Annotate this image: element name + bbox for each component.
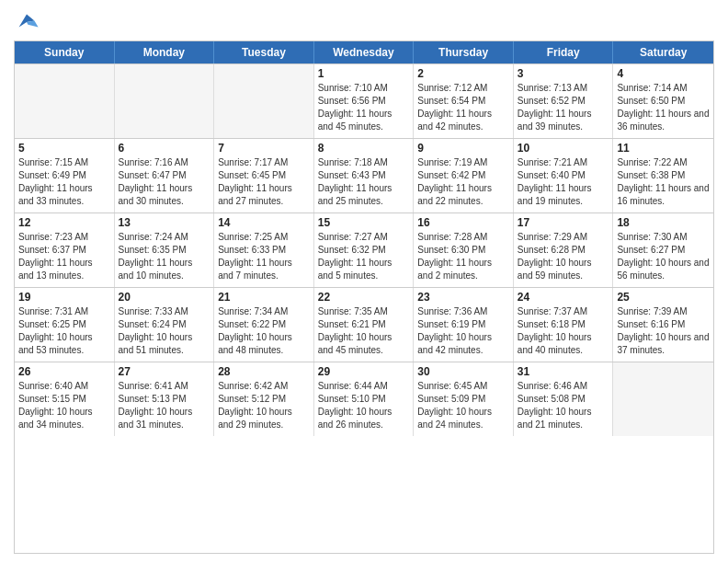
header (14, 9, 714, 35)
day-cell-4: 4Sunrise: 7:14 AM Sunset: 6:50 PM Daylig… (613, 64, 713, 138)
cell-detail: Sunrise: 7:39 AM Sunset: 6:16 PM Dayligh… (617, 305, 710, 357)
cell-detail: Sunrise: 7:31 AM Sunset: 6:25 PM Dayligh… (18, 305, 110, 357)
empty-cell (613, 362, 713, 436)
day-number: 28 (218, 365, 310, 378)
day-cell-11: 11Sunrise: 7:22 AM Sunset: 6:38 PM Dayli… (613, 139, 713, 213)
day-cell-15: 15Sunrise: 7:27 AM Sunset: 6:32 PM Dayli… (314, 213, 415, 287)
week-row-2: 5Sunrise: 7:15 AM Sunset: 6:49 PM Daylig… (15, 138, 713, 213)
day-number: 29 (318, 365, 410, 378)
header-cell-friday: Friday (514, 41, 614, 63)
day-number: 4 (617, 67, 710, 80)
day-number: 17 (518, 216, 609, 229)
cell-detail: Sunrise: 7:29 AM Sunset: 6:28 PM Dayligh… (518, 231, 609, 282)
day-cell-2: 2Sunrise: 7:12 AM Sunset: 6:54 PM Daylig… (414, 64, 514, 138)
cell-detail: Sunrise: 7:21 AM Sunset: 6:40 PM Dayligh… (518, 156, 609, 208)
day-number: 14 (218, 216, 310, 229)
day-cell-22: 22Sunrise: 7:35 AM Sunset: 6:21 PM Dayli… (314, 288, 415, 362)
day-cell-24: 24Sunrise: 7:37 AM Sunset: 6:18 PM Dayli… (514, 288, 614, 362)
cell-detail: Sunrise: 7:14 AM Sunset: 6:50 PM Dayligh… (617, 82, 710, 133)
day-number: 20 (119, 291, 210, 304)
day-cell-13: 13Sunrise: 7:24 AM Sunset: 6:35 PM Dayli… (115, 213, 215, 287)
day-number: 27 (119, 365, 210, 378)
day-cell-8: 8Sunrise: 7:18 AM Sunset: 6:43 PM Daylig… (314, 139, 415, 213)
day-number: 13 (119, 216, 210, 229)
day-cell-23: 23Sunrise: 7:36 AM Sunset: 6:19 PM Dayli… (414, 288, 514, 362)
day-number: 16 (417, 216, 509, 229)
cell-detail: Sunrise: 7:25 AM Sunset: 6:33 PM Dayligh… (218, 231, 310, 282)
day-number: 31 (518, 365, 609, 378)
header-cell-monday: Monday (115, 41, 215, 63)
cell-detail: Sunrise: 7:10 AM Sunset: 6:56 PM Dayligh… (318, 82, 410, 133)
cell-detail: Sunrise: 6:46 AM Sunset: 5:08 PM Dayligh… (518, 380, 609, 431)
cell-detail: Sunrise: 6:41 AM Sunset: 5:13 PM Dayligh… (119, 380, 210, 431)
cell-detail: Sunrise: 6:45 AM Sunset: 5:09 PM Dayligh… (417, 380, 509, 431)
day-number: 23 (417, 291, 509, 304)
day-number: 19 (18, 291, 110, 304)
day-number: 12 (18, 216, 110, 229)
day-number: 3 (518, 67, 609, 80)
cell-detail: Sunrise: 7:22 AM Sunset: 6:38 PM Dayligh… (617, 156, 710, 208)
day-cell-18: 18Sunrise: 7:30 AM Sunset: 6:27 PM Dayli… (613, 213, 713, 287)
day-cell-29: 29Sunrise: 6:44 AM Sunset: 5:10 PM Dayli… (314, 362, 415, 436)
page: SundayMondayTuesdayWednesdayThursdayFrid… (0, 0, 728, 563)
day-cell-31: 31Sunrise: 6:46 AM Sunset: 5:08 PM Dayli… (514, 362, 614, 436)
day-number: 22 (318, 291, 410, 304)
day-cell-20: 20Sunrise: 7:33 AM Sunset: 6:24 PM Dayli… (115, 288, 215, 362)
logo (14, 9, 43, 35)
day-number: 9 (417, 142, 509, 155)
day-number: 5 (18, 142, 110, 155)
cell-detail: Sunrise: 7:37 AM Sunset: 6:18 PM Dayligh… (518, 305, 609, 357)
cell-detail: Sunrise: 7:27 AM Sunset: 6:32 PM Dayligh… (318, 231, 410, 282)
week-row-4: 19Sunrise: 7:31 AM Sunset: 6:25 PM Dayli… (15, 287, 713, 362)
cell-detail: Sunrise: 7:30 AM Sunset: 6:27 PM Dayligh… (617, 231, 710, 282)
day-number: 10 (518, 142, 609, 155)
day-cell-3: 3Sunrise: 7:13 AM Sunset: 6:52 PM Daylig… (514, 64, 614, 138)
day-number: 6 (119, 142, 210, 155)
day-cell-5: 5Sunrise: 7:15 AM Sunset: 6:49 PM Daylig… (15, 139, 115, 213)
week-row-1: 1Sunrise: 7:10 AM Sunset: 6:56 PM Daylig… (15, 63, 713, 138)
empty-cell (15, 64, 115, 138)
cell-detail: Sunrise: 7:17 AM Sunset: 6:45 PM Dayligh… (218, 156, 310, 208)
day-number: 15 (318, 216, 410, 229)
day-number: 2 (417, 67, 509, 80)
cell-detail: Sunrise: 6:40 AM Sunset: 5:15 PM Dayligh… (18, 380, 110, 431)
cell-detail: Sunrise: 7:16 AM Sunset: 6:47 PM Dayligh… (119, 156, 210, 208)
day-cell-1: 1Sunrise: 7:10 AM Sunset: 6:56 PM Daylig… (314, 64, 415, 138)
cell-detail: Sunrise: 7:18 AM Sunset: 6:43 PM Dayligh… (318, 156, 410, 208)
day-number: 21 (218, 291, 310, 304)
cell-detail: Sunrise: 7:12 AM Sunset: 6:54 PM Dayligh… (417, 82, 509, 133)
week-row-3: 12Sunrise: 7:23 AM Sunset: 6:37 PM Dayli… (15, 213, 713, 287)
cell-detail: Sunrise: 7:36 AM Sunset: 6:19 PM Dayligh… (417, 305, 509, 357)
header-cell-thursday: Thursday (414, 41, 514, 63)
cell-detail: Sunrise: 6:42 AM Sunset: 5:12 PM Dayligh… (218, 380, 310, 431)
cell-detail: Sunrise: 7:19 AM Sunset: 6:42 PM Dayligh… (417, 156, 509, 208)
day-cell-27: 27Sunrise: 6:41 AM Sunset: 5:13 PM Dayli… (115, 362, 215, 436)
cell-detail: Sunrise: 6:44 AM Sunset: 5:10 PM Dayligh… (318, 380, 410, 431)
day-cell-30: 30Sunrise: 6:45 AM Sunset: 5:09 PM Dayli… (414, 362, 514, 436)
empty-cell (115, 64, 215, 138)
day-cell-14: 14Sunrise: 7:25 AM Sunset: 6:33 PM Dayli… (214, 213, 314, 287)
day-number: 8 (318, 142, 410, 155)
day-cell-26: 26Sunrise: 6:40 AM Sunset: 5:15 PM Dayli… (15, 362, 115, 436)
cell-detail: Sunrise: 7:24 AM Sunset: 6:35 PM Dayligh… (119, 231, 210, 282)
day-number: 30 (417, 365, 509, 378)
day-cell-12: 12Sunrise: 7:23 AM Sunset: 6:37 PM Dayli… (15, 213, 115, 287)
day-cell-17: 17Sunrise: 7:29 AM Sunset: 6:28 PM Dayli… (514, 213, 614, 287)
header-cell-saturday: Saturday (613, 41, 713, 63)
day-cell-16: 16Sunrise: 7:28 AM Sunset: 6:30 PM Dayli… (414, 213, 514, 287)
cell-detail: Sunrise: 7:34 AM Sunset: 6:22 PM Dayligh… (218, 305, 310, 357)
day-number: 18 (617, 216, 710, 229)
day-number: 1 (318, 67, 410, 80)
calendar: SundayMondayTuesdayWednesdayThursdayFrid… (14, 40, 714, 554)
cell-detail: Sunrise: 7:23 AM Sunset: 6:37 PM Dayligh… (18, 231, 110, 282)
calendar-header: SundayMondayTuesdayWednesdayThursdayFrid… (15, 41, 713, 63)
cell-detail: Sunrise: 7:35 AM Sunset: 6:21 PM Dayligh… (318, 305, 410, 357)
logo-icon (14, 9, 40, 35)
cell-detail: Sunrise: 7:15 AM Sunset: 6:49 PM Dayligh… (18, 156, 110, 208)
day-number: 26 (18, 365, 110, 378)
cell-detail: Sunrise: 7:13 AM Sunset: 6:52 PM Dayligh… (518, 82, 609, 133)
header-cell-wednesday: Wednesday (314, 41, 415, 63)
week-row-5: 26Sunrise: 6:40 AM Sunset: 5:15 PM Dayli… (15, 362, 713, 436)
cell-detail: Sunrise: 7:28 AM Sunset: 6:30 PM Dayligh… (417, 231, 509, 282)
header-cell-sunday: Sunday (15, 41, 115, 63)
